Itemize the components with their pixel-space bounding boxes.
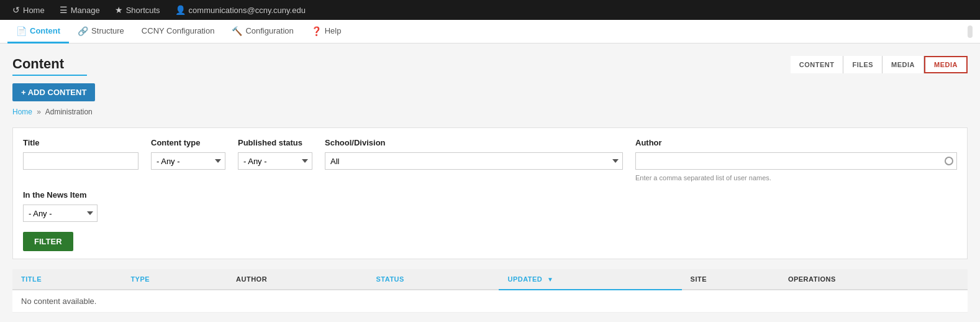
sec-nav-structure[interactable]: 🔗 Structure bbox=[69, 21, 133, 44]
page-title: Content bbox=[12, 56, 87, 76]
configuration-icon: 🔨 bbox=[232, 26, 242, 36]
filter-row-1: Title Content type - Any - Article Basic… bbox=[23, 138, 957, 182]
tab-buttons-group: CONTENT FILES MEDIA MEDIA bbox=[791, 56, 968, 73]
page-header: Content CONTENT FILES MEDIA MEDIA bbox=[12, 56, 968, 76]
filter-news-group: In the News Item - Any - Yes No bbox=[23, 190, 98, 222]
sec-nav-content[interactable]: 📄 Content bbox=[7, 21, 69, 44]
nav-manage-label: Manage bbox=[71, 6, 100, 15]
sec-nav-help-label: Help bbox=[325, 26, 342, 35]
col-status[interactable]: STATUS bbox=[368, 269, 499, 290]
filter-published-status-label: Published status bbox=[238, 138, 312, 147]
sec-nav-content-label: Content bbox=[30, 26, 60, 35]
sec-nav-ccny-config-label: CCNY Configuration bbox=[142, 26, 215, 35]
top-navigation: ↺ Home ☰ Manage ★ Shortcuts 👤 communicat… bbox=[0, 0, 980, 20]
filter-author-input[interactable] bbox=[635, 152, 957, 170]
tab-media-1[interactable]: MEDIA bbox=[882, 56, 924, 73]
nav-user[interactable]: 👤 communications@ccny.cuny.edu bbox=[168, 0, 313, 20]
sec-nav-help[interactable]: ❓ Help bbox=[302, 21, 350, 44]
filter-school-select[interactable]: All CCNY School of Architecture School o… bbox=[325, 152, 623, 170]
filter-school-label: School/Division bbox=[325, 138, 623, 147]
nav-shortcuts-label: Shortcuts bbox=[126, 6, 160, 15]
col-type[interactable]: TYPE bbox=[122, 269, 227, 290]
nav-home-label: Home bbox=[23, 6, 45, 15]
filter-button[interactable]: FILTER bbox=[23, 232, 73, 251]
sec-nav-structure-label: Structure bbox=[91, 26, 124, 35]
filter-school-group: School/Division All CCNY School of Archi… bbox=[325, 138, 623, 170]
col-updated[interactable]: UPDATED ▼ bbox=[499, 269, 681, 290]
author-help-text: Enter a comma separated list of user nam… bbox=[635, 174, 957, 182]
nav-user-label: communications@ccny.cuny.edu bbox=[189, 6, 306, 15]
search-icon bbox=[945, 157, 953, 165]
filter-author-group: Author Enter a comma separated list of u… bbox=[635, 138, 957, 182]
author-input-wrap bbox=[635, 152, 957, 170]
col-title[interactable]: TITLE bbox=[12, 269, 122, 290]
shortcuts-icon: ★ bbox=[115, 5, 123, 15]
filter-content-type-select[interactable]: - Any - Article Basic page News Item bbox=[151, 152, 225, 170]
manage-icon: ☰ bbox=[60, 5, 68, 15]
filter-news-label: In the News Item bbox=[23, 190, 98, 200]
breadcrumb-admin: Administration bbox=[45, 108, 93, 116]
filter-content-type-group: Content type - Any - Article Basic page … bbox=[151, 138, 225, 170]
filter-author-label: Author bbox=[635, 138, 957, 147]
sec-nav-configuration-label: Configuration bbox=[245, 26, 293, 35]
secondary-navigation: 📄 Content 🔗 Structure CCNY Configuration… bbox=[0, 20, 980, 44]
nav-home[interactable]: ↺ Home bbox=[5, 0, 52, 20]
col-site: SITE bbox=[682, 269, 779, 290]
col-author: AUTHOR bbox=[227, 269, 367, 290]
table-row-empty: No content available. bbox=[12, 290, 968, 313]
breadcrumb: Home » Administration bbox=[12, 108, 968, 116]
tab-files[interactable]: FILES bbox=[843, 56, 882, 73]
table-body: No content available. bbox=[12, 290, 968, 313]
main-content: Content CONTENT FILES MEDIA MEDIA + ADD … bbox=[0, 44, 980, 322]
sec-nav-ccny-config[interactable]: CCNY Configuration bbox=[133, 21, 224, 44]
filter-row-2: In the News Item - Any - Yes No bbox=[23, 190, 957, 222]
help-icon: ❓ bbox=[311, 26, 322, 36]
structure-icon: 🔗 bbox=[78, 26, 88, 36]
content-table: TITLE TYPE AUTHOR STATUS UPDATED ▼ SITE bbox=[12, 269, 968, 313]
col-operations: OPERATIONS bbox=[779, 269, 968, 290]
filter-title-input[interactable] bbox=[23, 152, 138, 170]
breadcrumb-separator: » bbox=[37, 108, 41, 116]
sort-arrow-updated: ▼ bbox=[547, 276, 553, 283]
filter-title-group: Title bbox=[23, 138, 138, 170]
filter-title-label: Title bbox=[23, 138, 138, 147]
add-content-button[interactable]: + ADD CONTENT bbox=[12, 83, 95, 101]
filter-published-status-select[interactable]: - Any - Published Unpublished bbox=[238, 152, 312, 170]
nav-manage[interactable]: ☰ Manage bbox=[52, 0, 107, 20]
table-header: TITLE TYPE AUTHOR STATUS UPDATED ▼ SITE bbox=[12, 269, 968, 290]
filter-published-status-group: Published status - Any - Published Unpub… bbox=[238, 138, 312, 170]
nav-shortcuts[interactable]: ★ Shortcuts bbox=[107, 0, 168, 20]
user-icon: 👤 bbox=[175, 5, 186, 15]
tab-media-2[interactable]: MEDIA bbox=[924, 56, 968, 73]
sec-nav-configuration[interactable]: 🔨 Configuration bbox=[223, 21, 302, 44]
breadcrumb-home[interactable]: Home bbox=[12, 108, 32, 116]
filter-news-select[interactable]: - Any - Yes No bbox=[23, 205, 98, 222]
tab-content[interactable]: CONTENT bbox=[791, 56, 844, 73]
content-doc-icon: 📄 bbox=[16, 26, 27, 36]
table-header-row: TITLE TYPE AUTHOR STATUS UPDATED ▼ SITE bbox=[12, 269, 968, 290]
home-icon: ↺ bbox=[12, 5, 20, 15]
empty-message: No content available. bbox=[12, 290, 968, 313]
filter-content-type-label: Content type bbox=[151, 138, 225, 147]
nav-scrollbar[interactable] bbox=[968, 25, 973, 38]
filter-section: Title Content type - Any - Article Basic… bbox=[12, 127, 968, 259]
